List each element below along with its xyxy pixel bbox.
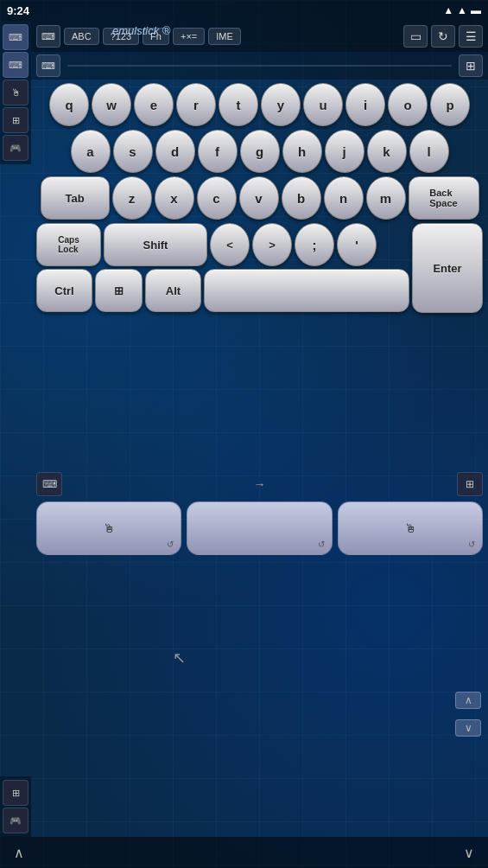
cursor-area: ↖ <box>173 648 186 667</box>
sidebar-bottom-gamepad[interactable]: 🎮 <box>3 807 29 833</box>
key-quote[interactable]: ' <box>337 223 377 266</box>
key-n[interactable]: n <box>324 176 364 220</box>
wifi-icon: ▲ <box>443 4 453 16</box>
list-icon[interactable]: ☰ <box>459 25 483 48</box>
scroll-arrows: ∧ ∨ <box>455 692 481 737</box>
key-row-2: a s d f g h j k l <box>36 130 483 173</box>
key-f[interactable]: f <box>198 130 238 173</box>
key-g[interactable]: g <box>240 130 280 173</box>
key-y[interactable]: y <box>261 83 301 126</box>
mouse-toolbar-keyboard[interactable]: ⌨ <box>36 472 62 496</box>
mouse-middle-scroll: ↺ <box>318 539 325 549</box>
divider <box>67 65 452 67</box>
key-q[interactable]: q <box>49 83 89 126</box>
screen-icon[interactable]: ▭ <box>403 25 428 48</box>
mouse-right-btn[interactable]: 🖱 ↺ <box>338 501 483 555</box>
key-row-4a: CapsLock Shift < > ; ' <box>36 223 409 266</box>
toolbar-right: ▭ ↻ ☰ <box>403 25 483 48</box>
status-icons: ▲ ▲ ▬ <box>443 4 481 16</box>
key-x[interactable]: x <box>155 176 194 220</box>
mouse-toolbar: ⌨ → ⊞ <box>31 469 488 500</box>
key-k[interactable]: k <box>367 130 407 173</box>
key-c[interactable]: c <box>197 176 237 220</box>
sidebar-gamepad-btn[interactable]: 🎮 <box>3 135 29 161</box>
key-e[interactable]: e <box>134 83 174 126</box>
key-u[interactable]: u <box>303 83 343 126</box>
key-tab[interactable]: Tab <box>41 176 110 220</box>
key-b[interactable]: b <box>282 176 321 220</box>
keyboard-icon-btn[interactable]: ⌨ <box>36 25 60 48</box>
key-enter[interactable]: Enter <box>412 223 483 313</box>
key-shift[interactable]: Shift <box>104 223 207 266</box>
key-row-5: Ctrl ⊞ Alt <box>36 269 409 312</box>
mouse-left-btn[interactable]: 🖱 ↺ <box>36 501 181 555</box>
key-o[interactable]: o <box>388 83 428 126</box>
key-backspace[interactable]: BackSpace <box>409 176 479 220</box>
mouse-middle-btn[interactable]: ↺ <box>187 501 332 555</box>
key-row-3: Tab z x c v b n m BackSpace <box>36 176 483 220</box>
key-row-1: q w e r t y u i o p <box>36 83 483 126</box>
mouse-right-icon: 🖱 <box>404 521 416 535</box>
keyboard-area: q w e r t y u i o p a s d f g h j k l Ta… <box>31 80 488 316</box>
ime-btn[interactable]: IME <box>208 28 241 45</box>
sidebar-bottom-apps[interactable]: ⊞ <box>3 780 29 806</box>
sidebar-mouse-btn[interactable]: 🖱 <box>3 80 29 105</box>
mouse-buttons-row: 🖱 ↺ ↺ 🖱 ↺ <box>31 498 488 558</box>
key-t[interactable]: t <box>219 83 258 126</box>
expand-icon[interactable]: ⊞ <box>459 54 483 77</box>
left-sidebar: ⌨ ⌨ 🖱 ⊞ 🎮 <box>0 21 31 164</box>
key-v[interactable]: v <box>239 176 279 220</box>
sidebar-bottom: ⊞ 🎮 <box>0 776 31 837</box>
second-toolbar: ⌨ ⊞ <box>31 52 488 80</box>
key-j[interactable]: j <box>325 130 364 173</box>
key-l[interactable]: l <box>409 130 449 173</box>
key-a[interactable]: a <box>71 130 111 173</box>
app-name: emulstick ® <box>112 24 170 37</box>
key-r[interactable]: r <box>176 83 216 126</box>
bottom-nav-up[interactable]: ∧ <box>7 841 31 865</box>
key-w[interactable]: w <box>92 83 131 126</box>
key-h[interactable]: h <box>282 130 322 173</box>
key-d[interactable]: d <box>155 130 195 173</box>
sidebar-keyboard-btn[interactable]: ⌨ <box>3 24 29 50</box>
key-greater[interactable]: > <box>252 223 292 266</box>
key-less[interactable]: < <box>210 223 250 266</box>
mouse-left-scroll: ↺ <box>167 539 174 549</box>
key-caps-lock[interactable]: CapsLock <box>36 223 101 266</box>
mouse-left-icon: 🖱 <box>103 521 115 535</box>
refresh-icon[interactable]: ↻ <box>431 25 455 48</box>
mouse-arrow-indicator: → <box>67 477 452 491</box>
key-p[interactable]: p <box>430 83 470 126</box>
top-toolbar: ⌨ ABC ?123 Fn +×= IME ▭ ↻ ☰ <box>31 21 488 52</box>
key-row-4-left: CapsLock Shift < > ; ' Ctrl ⊞ Alt <box>36 223 409 313</box>
bottom-nav-down[interactable]: ∨ <box>457 841 481 865</box>
key-row-4: CapsLock Shift < > ; ' Ctrl ⊞ Alt Enter <box>36 223 483 313</box>
scroll-up-btn[interactable]: ∧ <box>455 692 481 709</box>
sidebar-apps-btn[interactable]: ⊞ <box>3 107 29 133</box>
symbol-btn[interactable]: +×= <box>173 28 205 45</box>
cursor-icon: ↖ <box>173 649 186 667</box>
status-bar: 9:24 ▲ ▲ ▬ <box>0 0 488 21</box>
key-m[interactable]: m <box>366 176 406 220</box>
mouse-toolbar-expand[interactable]: ⊞ <box>457 472 483 496</box>
battery-icon: ▬ <box>471 4 481 16</box>
sidebar-keyboard2-btn[interactable]: ⌨ <box>3 52 29 78</box>
signal-icon: ▲ <box>457 4 467 16</box>
key-space[interactable] <box>204 269 409 312</box>
key-i[interactable]: i <box>345 83 385 126</box>
key-ctrl[interactable]: Ctrl <box>36 269 92 312</box>
key-z[interactable]: z <box>112 176 152 220</box>
key-semicolon[interactable]: ; <box>295 223 334 266</box>
bottom-nav: ∧ ∨ <box>0 837 488 868</box>
key-win[interactable]: ⊞ <box>95 269 143 312</box>
keyboard-icon-btn2[interactable]: ⌨ <box>36 54 60 77</box>
key-alt[interactable]: Alt <box>145 269 201 312</box>
key-s[interactable]: s <box>113 130 153 173</box>
scroll-down-btn[interactable]: ∨ <box>455 719 481 737</box>
abc-btn[interactable]: ABC <box>64 28 99 45</box>
mouse-right-scroll: ↺ <box>468 539 475 549</box>
status-time: 9:24 <box>7 4 29 17</box>
